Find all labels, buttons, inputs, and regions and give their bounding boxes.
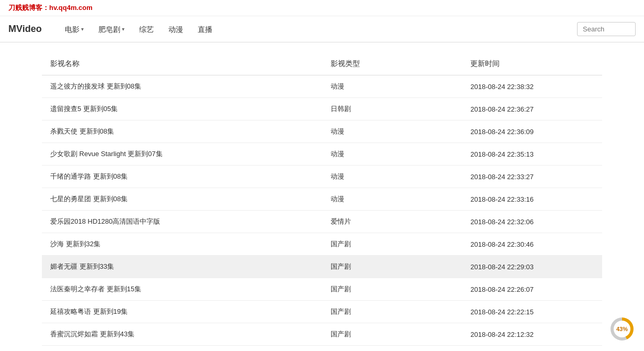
nav-item-1[interactable]: 肥皂剧▾: [91, 16, 132, 42]
table-row[interactable]: 天盛长歌 更新到18集国产剧2018-08-24 22:11:25: [42, 346, 602, 352]
table-row[interactable]: 沙海 更新到32集国产剧2018-08-24 22:30:46: [42, 233, 602, 256]
cell-type: 国产剧: [322, 301, 462, 323]
cell-date: 2018-08-24 22:29:03: [462, 256, 602, 278]
cell-title: 杀戮天使 更新到08集: [42, 120, 322, 143]
cell-title: 爱乐园2018 HD1280高清国语中字版: [42, 211, 322, 233]
table-row[interactable]: 遥之彼方的接发球 更新到08集动漫2018-08-24 22:38:32: [42, 75, 602, 98]
progress-badge: 43%: [611, 317, 634, 341]
cell-title: 遗留搜查5 更新到05集: [42, 98, 322, 120]
video-table: 影视名称 影视类型 更新时间 遥之彼方的接发球 更新到08集动漫2018-08-…: [42, 53, 602, 351]
cell-type: 动漫: [322, 166, 462, 188]
table-row[interactable]: 少女歌剧 Revue Starlight 更新到07集动漫2018-08-24 …: [42, 143, 602, 166]
cell-title: 少女歌剧 Revue Starlight 更新到07集: [42, 143, 322, 166]
top-banner: 刀贱贱博客：hv.qq4m.com: [0, 0, 644, 16]
nav-item-2[interactable]: 综艺: [132, 16, 161, 42]
search-input[interactable]: [577, 22, 636, 36]
table-row[interactable]: 爱乐园2018 HD1280高清国语中字版爱情片2018-08-24 22:32…: [42, 211, 602, 233]
table-row[interactable]: 七星的勇星团 更新到08集动漫2018-08-24 22:33:16: [42, 188, 602, 211]
cell-title: 遥之彼方的接发球 更新到08集: [42, 75, 322, 98]
table-row[interactable]: 法医秦明之幸存者 更新到15集国产剧2018-08-24 22:26:07: [42, 278, 602, 301]
table-row[interactable]: 千绪的通学路 更新到08集动漫2018-08-24 22:33:27: [42, 166, 602, 188]
cell-title: 延禧攻略粤语 更新到19集: [42, 301, 322, 323]
cell-title: 七星的勇星团 更新到08集: [42, 188, 322, 211]
cell-title: 千绪的通学路 更新到08集: [42, 166, 322, 188]
chevron-down-icon-0: ▾: [81, 16, 84, 42]
cell-type: 国产剧: [322, 256, 462, 278]
cell-date: 2018-08-24 22:33:16: [462, 188, 602, 211]
cell-type: 国产剧: [322, 323, 462, 346]
table-row[interactable]: 遗留搜查5 更新到05集日韩剧2018-08-24 22:36:27: [42, 98, 602, 120]
cell-date: 2018-08-24 22:22:15: [462, 301, 602, 323]
content-area: 影视名称 影视类型 更新时间 遥之彼方的接发球 更新到08集动漫2018-08-…: [0, 42, 644, 351]
cell-date: 2018-08-24 22:12:32: [462, 323, 602, 346]
cell-date: 2018-08-24 22:11:25: [462, 346, 602, 352]
cell-date: 2018-08-24 22:26:07: [462, 278, 602, 301]
nav-items: 电影▾肥皂剧▾综艺动漫直播: [58, 16, 577, 42]
table-body: 遥之彼方的接发球 更新到08集动漫2018-08-24 22:38:32遗留搜查…: [42, 75, 602, 352]
table-row[interactable]: 媚者无疆 更新到33集国产剧2018-08-24 22:29:03: [42, 256, 602, 278]
progress-value: 43%: [614, 321, 630, 337]
cell-type: 动漫: [322, 188, 462, 211]
cell-title: 香蜜沉沉烬如霜 更新到43集: [42, 323, 322, 346]
nav-item-4[interactable]: 直播: [190, 16, 220, 42]
cell-date: 2018-08-24 22:36:09: [462, 120, 602, 143]
cell-date: 2018-08-24 22:33:27: [462, 166, 602, 188]
cell-title: 天盛长歌 更新到18集: [42, 346, 322, 352]
cell-date: 2018-08-24 22:32:06: [462, 211, 602, 233]
cell-type: 爱情片: [322, 211, 462, 233]
cell-type: 动漫: [322, 75, 462, 98]
nav-item-0[interactable]: 电影▾: [58, 16, 91, 42]
table-row[interactable]: 香蜜沉沉烬如霜 更新到43集国产剧2018-08-24 22:12:32: [42, 323, 602, 346]
table-row[interactable]: 杀戮天使 更新到08集动漫2018-08-24 22:36:09: [42, 120, 602, 143]
cell-type: 动漫: [322, 143, 462, 166]
cell-date: 2018-08-24 22:30:46: [462, 233, 602, 256]
cell-title: 沙海 更新到32集: [42, 233, 322, 256]
table-row[interactable]: 延禧攻略粤语 更新到19集国产剧2018-08-24 22:22:15: [42, 301, 602, 323]
col-header-type: 影视类型: [322, 53, 462, 75]
nav-item-3[interactable]: 动漫: [161, 16, 190, 42]
chevron-down-icon-1: ▾: [122, 16, 125, 42]
table-header: 影视名称 影视类型 更新时间: [42, 53, 602, 75]
cell-type: 国产剧: [322, 346, 462, 352]
cell-date: 2018-08-24 22:35:13: [462, 143, 602, 166]
cell-date: 2018-08-24 22:38:32: [462, 75, 602, 98]
cell-type: 动漫: [322, 120, 462, 143]
cell-title: 法医秦明之幸存者 更新到15集: [42, 278, 322, 301]
cell-type: 国产剧: [322, 233, 462, 256]
cell-date: 2018-08-24 22:36:27: [462, 98, 602, 120]
col-header-title: 影视名称: [42, 53, 322, 75]
cell-type: 国产剧: [322, 278, 462, 301]
brand-logo[interactable]: MVideo: [8, 24, 42, 35]
cell-title: 媚者无疆 更新到33集: [42, 256, 322, 278]
banner-text: 刀贱贱博客：hv.qq4m.com: [8, 4, 93, 12]
navbar: MVideo 电影▾肥皂剧▾综艺动漫直播: [0, 16, 644, 42]
col-header-date: 更新时间: [462, 53, 602, 75]
cell-type: 日韩剧: [322, 98, 462, 120]
